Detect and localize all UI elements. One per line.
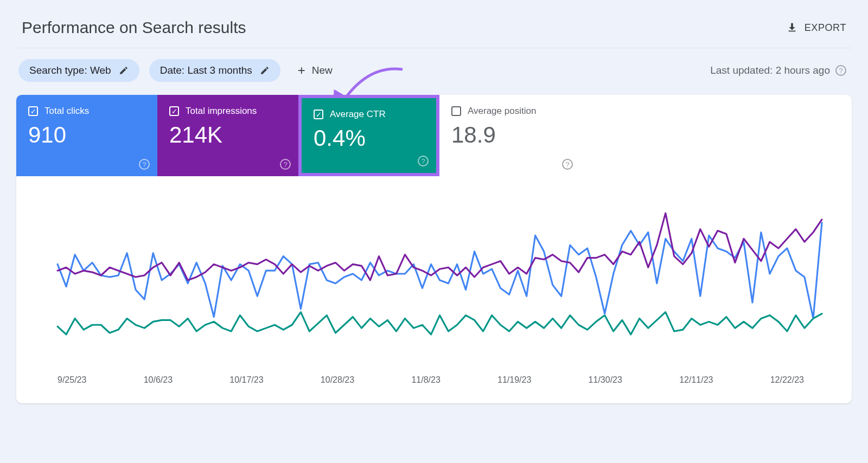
export-label: EXPORT: [805, 22, 846, 34]
last-updated-text: Last updated: 2 hours ago: [710, 65, 830, 76]
impressions-tile[interactable]: Total impressions 214K ?: [157, 95, 298, 176]
impressions-value: 214K: [169, 122, 286, 148]
performance-card: Total clicks 910 ? Total impressions 214…: [16, 95, 852, 403]
filter-search-type-label: Search type: Web: [29, 65, 111, 76]
x-tick: 10/17/23: [229, 375, 263, 385]
download-icon: [786, 22, 798, 34]
help-icon[interactable]: ?: [835, 65, 846, 76]
x-tick: 9/25/23: [58, 375, 86, 385]
filter-date-range[interactable]: Date: Last 3 months: [149, 59, 280, 82]
add-filter-label: New: [312, 65, 333, 76]
metric-tiles: Total clicks 910 ? Total impressions 214…: [16, 95, 852, 176]
position-tile[interactable]: Average position 18.9 ?: [439, 95, 580, 176]
filter-date-range-label: Date: Last 3 months: [160, 65, 252, 76]
checkbox-checked-icon: [169, 106, 179, 116]
help-icon[interactable]: ?: [139, 159, 150, 170]
checkbox-unchecked-icon: [451, 106, 461, 116]
x-tick: 11/8/23: [411, 375, 440, 385]
x-tick: 10/6/23: [144, 375, 173, 385]
last-updated: Last updated: 2 hours ago ?: [710, 65, 846, 76]
x-tick: 12/11/23: [679, 375, 713, 385]
checkbox-checked-icon: [314, 110, 323, 119]
pencil-icon: [260, 66, 270, 75]
ctr-label: Average CTR: [330, 109, 386, 120]
plus-icon: +: [298, 63, 305, 78]
chart: 9/25/2310/6/2310/17/2310/28/2311/8/2311/…: [16, 176, 852, 403]
checkbox-checked-icon: [28, 106, 38, 116]
impressions-label: Total impressions: [186, 106, 257, 117]
line-chart: [35, 198, 833, 369]
x-tick: 11/30/23: [589, 375, 622, 385]
clicks-tile[interactable]: Total clicks 910 ?: [16, 95, 157, 176]
page-title: Performance on Search results: [22, 18, 246, 37]
x-tick: 11/19/23: [497, 375, 531, 385]
export-button[interactable]: EXPORT: [786, 22, 846, 34]
add-filter-button[interactable]: + New: [298, 63, 333, 78]
clicks-label: Total clicks: [44, 106, 89, 117]
x-axis-labels: 9/25/2310/6/2310/17/2310/28/2311/8/2311/…: [35, 369, 833, 385]
pencil-icon: [119, 66, 129, 75]
help-icon[interactable]: ?: [418, 156, 429, 166]
x-tick: 12/22/23: [770, 375, 804, 385]
help-icon[interactable]: ?: [280, 159, 291, 170]
ctr-value: 0.4%: [314, 125, 424, 151]
x-tick: 10/28/23: [321, 375, 354, 385]
help-icon[interactable]: ?: [562, 159, 573, 170]
ctr-tile[interactable]: Average CTR 0.4% ?: [298, 95, 439, 176]
position-value: 18.9: [451, 122, 569, 148]
filter-search-type[interactable]: Search type: Web: [18, 59, 139, 82]
position-label: Average position: [468, 106, 536, 117]
clicks-value: 910: [28, 122, 145, 148]
